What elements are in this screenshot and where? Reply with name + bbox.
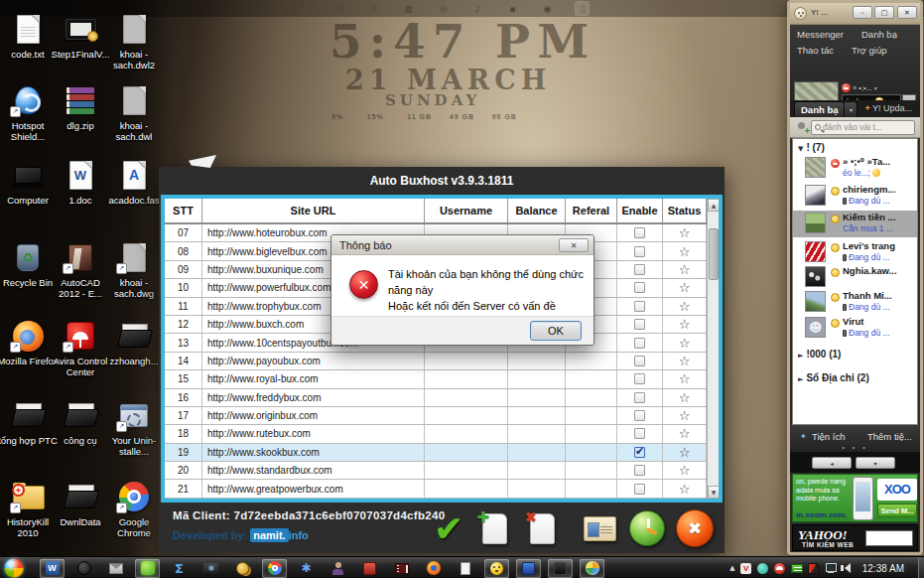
table-row[interactable]: 21http://www.greatpowerbux.com☆ (165, 480, 719, 498)
enable-checkbox[interactable] (634, 227, 645, 238)
status-star-icon[interactable]: ☆ (679, 427, 691, 440)
taskbar-item-yahoo-messenger[interactable] (484, 559, 509, 578)
column-header-stt[interactable]: STT (165, 199, 202, 222)
tray-volume-icon[interactable] (842, 562, 854, 574)
minimize-button[interactable]: – (853, 6, 872, 19)
status-star-icon[interactable]: ☆ (679, 372, 691, 385)
status-star-icon[interactable]: ☆ (679, 318, 691, 331)
desktop-icon-cong-cu[interactable]: công cụ (54, 398, 107, 446)
contact-search-input[interactable]: đánh vào vài t... (811, 120, 915, 135)
scroll-down-button[interactable]: ▼ (708, 486, 719, 499)
tray-avira-icon[interactable] (774, 562, 786, 574)
status-star-icon[interactable]: ☆ (679, 245, 691, 258)
desktop-icon-khoai-sach-dwl2[interactable]: khoai - sach.dwl2 (107, 12, 161, 71)
taskbar-item-dark-app[interactable] (71, 559, 96, 578)
scroll-up-button[interactable]: ▲ (708, 199, 719, 212)
dialog-close-button[interactable]: ✕ (559, 238, 589, 252)
column-header-site-url[interactable]: Site URL (202, 199, 425, 222)
table-row[interactable]: 15http://www.royal-bux.com☆ (165, 370, 719, 388)
taskbar-item-firefox[interactable] (421, 559, 446, 578)
desktop-icon-khoai-sach-dwg[interactable]: khoai - sach.dwg (107, 240, 161, 299)
tray-v-icon[interactable]: V (740, 562, 752, 574)
power-icon[interactable]: ◉ (298, 2, 311, 15)
yahoo-search-input[interactable] (865, 530, 913, 546)
table-row[interactable]: 14http://www.payoubux.com☆ (165, 353, 719, 370)
status-star-icon[interactable]: ☆ (679, 263, 691, 276)
enable-checkbox[interactable] (634, 410, 645, 421)
taskbar-item-word[interactable]: W (40, 559, 65, 578)
table-row[interactable]: 16http://www.freddybux.com☆ (165, 389, 719, 407)
enable-checkbox[interactable] (634, 338, 645, 349)
box-icon[interactable]: ▪ (506, 2, 519, 15)
grid-icon[interactable]: ▦ (402, 2, 415, 15)
taskbar-item-person-app[interactable] (326, 559, 350, 578)
show-desktop-button[interactable] (918, 557, 924, 578)
enable-checkbox[interactable] (634, 373, 645, 384)
menu-help[interactable]: Trợ giúp (852, 45, 886, 56)
desktop-icon-khoai-sach-dwl[interactable]: khoai - sach.dwl (107, 83, 161, 142)
status-star-icon[interactable]: ☆ (679, 337, 691, 350)
add-contact-icon[interactable] (794, 121, 809, 134)
desktop-icon-historykill-2010[interactable]: +HistoryKill 2010 (1, 480, 55, 538)
group-000[interactable]: ►!000 (1) (798, 349, 841, 360)
start-button[interactable]: ✔ (429, 508, 468, 548)
accounts-button[interactable] (580, 508, 619, 548)
tab-contacts-dropdown[interactable]: ▾ (845, 101, 858, 117)
enable-checkbox[interactable] (634, 282, 645, 293)
taskbar-item-blue-app[interactable] (516, 559, 541, 578)
status-star-icon[interactable]: ☆ (679, 226, 691, 239)
taskbar-item-coins-app[interactable] (230, 559, 255, 578)
desktop-icon-computer[interactable]: Computer (1, 158, 55, 206)
taskbar-item-globe-app[interactable] (580, 559, 604, 578)
timer-button[interactable] (627, 508, 667, 548)
add-site-button[interactable]: ✚ (474, 508, 514, 548)
dot-icon[interactable]: ◉ (541, 2, 554, 15)
enable-checkbox[interactable] (634, 465, 645, 476)
tray-expand-icon[interactable]: ▲ (729, 564, 734, 572)
enable-checkbox[interactable] (634, 392, 645, 403)
send-money-button[interactable]: Send M... (877, 504, 917, 517)
menu-contacts[interactable]: Danh bạ (861, 29, 897, 40)
taskbar-clock[interactable]: 12:38 AM (862, 563, 904, 574)
taskbar-item-chrome[interactable] (262, 559, 287, 578)
contact-6[interactable]: Thanh Mi...Đang dù ... (793, 289, 918, 316)
utilities-button[interactable]: Tiện ích (812, 431, 845, 442)
table-scrollbar[interactable]: ▲ ▼ (707, 199, 719, 499)
tab-updates[interactable]: + Y! Upda... (860, 101, 916, 117)
desktop-icon-mozilla-firefox[interactable]: Mozilla Firefox (1, 319, 55, 366)
font-icon[interactable]: A (367, 2, 380, 15)
presence-row[interactable]: » •;•... ▾ (842, 83, 917, 92)
brand-suffix[interactable]: info (289, 529, 309, 541)
column-header-username[interactable]: Username (425, 199, 508, 222)
enable-checkbox[interactable] (634, 356, 645, 366)
status-star-icon[interactable]: ☆ (679, 281, 691, 294)
taskbar-item-buxhost[interactable] (135, 559, 160, 578)
taskbar-item-camera-app[interactable] (198, 559, 223, 578)
status-star-icon[interactable]: ☆ (679, 483, 691, 496)
status-star-icon[interactable]: ☆ (679, 355, 691, 367)
ok-button[interactable]: OK (530, 321, 582, 341)
contact-5[interactable]: Nghia.kaw... (793, 264, 918, 291)
desktop-icon-code-txt[interactable]: code.txt (1, 12, 55, 60)
enable-checkbox[interactable] (634, 301, 645, 312)
status-star-icon[interactable]: ☆ (679, 300, 691, 313)
column-header-balance[interactable]: Balance (508, 199, 566, 222)
table-row[interactable]: 18http://www.rutebux.com☆ (165, 425, 719, 443)
desktop-icon-zzhoangh[interactable]: zzhoangh... (107, 319, 161, 366)
scrollbar-thumb[interactable] (709, 228, 719, 280)
contact-3[interactable]: Kiếm tiền ...Cần mua 1 ... (793, 211, 918, 237)
taskbar-item-red-app[interactable] (357, 559, 382, 578)
status-star-icon[interactable]: ☆ (679, 391, 691, 404)
music-icon[interactable]: ♪ (471, 2, 484, 15)
group-main[interactable]: ▼! (7) (798, 142, 825, 153)
tray-card-icon[interactable] (791, 562, 803, 574)
contact-2[interactable]: chiriengm...Đang dù ... (793, 183, 918, 210)
enable-checkbox[interactable] (634, 246, 645, 257)
enable-checkbox[interactable] (634, 447, 645, 458)
enable-checkbox[interactable] (634, 484, 645, 495)
tab-contacts[interactable]: Danh bạ (794, 101, 845, 117)
taskbar-item-mail[interactable] (103, 559, 128, 578)
table-row[interactable]: 20http://www.standardbux.com☆ (165, 462, 719, 480)
ad-banner[interactable]: on, pwede nang adala mula sa mobile phon… (792, 474, 918, 522)
desktop-icon-step1finalv[interactable]: Step1FinalV... (54, 12, 107, 60)
